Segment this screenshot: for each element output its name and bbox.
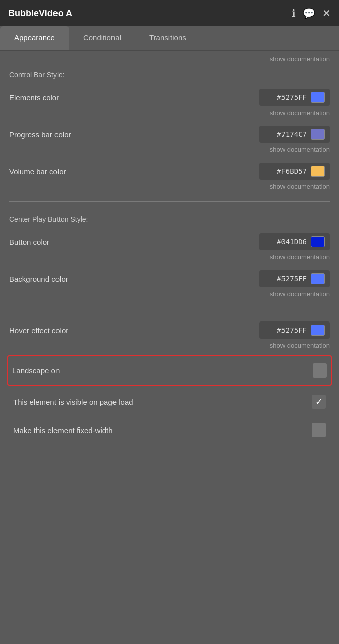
button-color-row: Button color #041DD6 [9, 228, 330, 251]
divider-2 [9, 309, 330, 309]
tab-transitions[interactable]: Transitions [135, 26, 200, 50]
hover-effect-color-label: Hover effect color [9, 326, 259, 335]
tab-appearance[interactable]: Appearance [0, 26, 69, 50]
progress-bar-color-hex: #7174C7 [277, 130, 307, 138]
divider-1 [9, 201, 330, 202]
background-color-swatch[interactable] [311, 273, 325, 284]
fixed-width-row: Make this element fixed-width [9, 416, 330, 444]
header: BubbleVideo A ℹ 💬 ✕ [0, 0, 339, 26]
elements-color-row: Elements color #5275FF [9, 84, 330, 107]
progress-bar-color-picker[interactable]: #7174C7 [259, 126, 330, 143]
fixed-width-checkbox[interactable] [312, 423, 326, 437]
header-icons: ℹ 💬 ✕ [292, 7, 331, 19]
progress-bar-show-doc[interactable]: show documentation [9, 144, 330, 157]
show-doc-top[interactable]: show documentation [9, 51, 330, 65]
elements-color-hex: #5275FF [277, 93, 307, 101]
background-color-row: Background color #5275FF [9, 265, 330, 288]
landscape-on-row: Landscape on [7, 355, 332, 386]
volume-bar-color-label: Volume bar color [9, 167, 259, 176]
hover-effect-show-doc[interactable]: show documentation [9, 340, 330, 353]
elements-color-picker[interactable]: #5275FF [259, 89, 330, 106]
volume-bar-color-hex: #F6BD57 [277, 167, 307, 175]
button-color-swatch[interactable] [311, 236, 325, 247]
landscape-on-label: Landscape on [12, 366, 313, 375]
button-color-picker[interactable]: #041DD6 [259, 233, 330, 250]
hover-effect-color-swatch[interactable] [311, 325, 325, 336]
content-area: show documentation Control Bar Style: El… [0, 51, 339, 454]
tab-conditional[interactable]: Conditional [69, 26, 135, 50]
volume-bar-color-picker[interactable]: #F6BD57 [259, 163, 330, 180]
elements-color-swatch[interactable] [311, 92, 325, 103]
button-color-show-doc[interactable]: show documentation [9, 251, 330, 265]
button-color-hex: #041DD6 [277, 238, 307, 246]
hover-effect-color-row: Hover effect color #5275FF [9, 316, 330, 340]
tabs: Appearance Conditional Transitions [0, 26, 339, 51]
hover-effect-color-hex: #5275FF [277, 326, 307, 334]
button-color-label: Button color [9, 238, 259, 246]
volume-bar-color-swatch[interactable] [311, 166, 325, 177]
center-play-section-label: Center Play Button Style: [9, 209, 330, 228]
progress-bar-color-row: Progress bar color #7174C7 [9, 121, 330, 144]
control-bar-section-label: Control Bar Style: [9, 65, 330, 84]
visible-on-load-row: This element is visible on page load ✓ [9, 388, 330, 416]
info-icon[interactable]: ℹ [292, 7, 296, 19]
comment-icon[interactable]: 💬 [303, 7, 315, 19]
background-color-show-doc[interactable]: show documentation [9, 288, 330, 302]
app-title: BubbleVideo A [8, 8, 292, 19]
landscape-on-checkbox[interactable] [313, 363, 327, 378]
background-color-label: Background color [9, 275, 259, 283]
progress-bar-color-swatch[interactable] [311, 129, 325, 140]
fixed-width-label: Make this element fixed-width [13, 426, 312, 435]
progress-bar-color-label: Progress bar color [9, 130, 259, 139]
background-color-hex: #5275FF [277, 275, 307, 283]
elements-color-label: Elements color [9, 93, 259, 102]
volume-bar-show-doc[interactable]: show documentation [9, 181, 330, 194]
visible-on-load-label: This element is visible on page load [13, 398, 312, 406]
elements-show-doc[interactable]: show documentation [9, 107, 330, 121]
visible-on-load-checkbox[interactable]: ✓ [312, 395, 326, 409]
close-icon[interactable]: ✕ [322, 7, 331, 19]
background-color-picker[interactable]: #5275FF [259, 270, 330, 287]
hover-effect-color-picker[interactable]: #5275FF [259, 321, 330, 339]
volume-bar-color-row: Volume bar color #F6BD57 [9, 157, 330, 181]
